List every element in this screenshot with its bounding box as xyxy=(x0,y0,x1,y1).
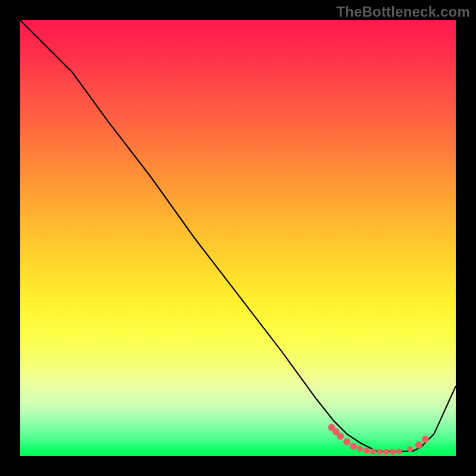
gradient-plot-area xyxy=(20,20,456,456)
watermark-text: TheBottleneck.com xyxy=(336,4,470,20)
